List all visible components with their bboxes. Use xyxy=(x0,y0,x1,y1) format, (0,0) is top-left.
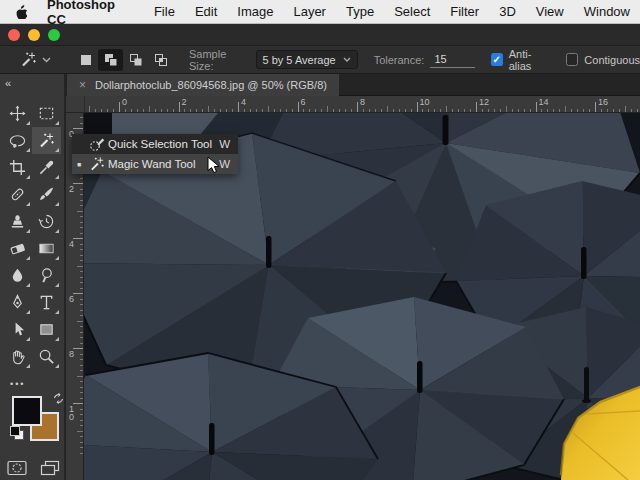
zoom-window-button[interactable] xyxy=(48,29,60,41)
collapse-tools-button[interactable]: « xyxy=(5,77,11,89)
menu-filter[interactable]: Filter xyxy=(440,4,489,19)
foreground-color-swatch[interactable] xyxy=(12,396,42,426)
menu-select[interactable]: Select xyxy=(384,4,440,19)
tool-gradient[interactable] xyxy=(32,235,61,262)
swap-colors-icon[interactable] xyxy=(53,393,64,404)
tool-type[interactable] xyxy=(32,289,61,316)
mouse-cursor xyxy=(207,156,220,174)
menu-app-name[interactable]: Photoshop CC xyxy=(37,0,144,27)
ruler-corner xyxy=(66,96,85,112)
tool-zoom[interactable] xyxy=(32,343,61,370)
tool-blur[interactable] xyxy=(3,262,32,289)
menu-view[interactable]: View xyxy=(526,4,574,19)
tool-rectangular-marquee[interactable] xyxy=(32,100,61,127)
menu-3d[interactable]: 3D xyxy=(489,4,526,19)
menu-image[interactable]: Image xyxy=(227,4,283,19)
document-tab-bar: × Dollarphotoclub_86094568.jpg @ 50% (RG… xyxy=(66,74,640,96)
select-chevron-icon xyxy=(343,57,351,62)
tool-magic-wand[interactable] xyxy=(32,127,61,154)
quick-mask-button[interactable] xyxy=(7,460,27,476)
sample-size-value: 5 by 5 Average xyxy=(263,54,343,66)
tool-hand[interactable] xyxy=(3,343,32,370)
tool-preset-chevron-icon[interactable] xyxy=(42,57,51,63)
options-bar: Sample Size: 5 by 5 Average Tolerance: 1… xyxy=(0,46,640,74)
close-tab-icon[interactable]: × xyxy=(79,78,86,92)
document-tab-title: Dollarphotoclub_86094568.jpg @ 50% (RGB/… xyxy=(95,79,327,91)
color-swatches xyxy=(10,396,62,448)
document-tab[interactable]: × Dollarphotoclub_86094568.jpg @ 50% (RG… xyxy=(67,74,339,96)
menu-layer[interactable]: Layer xyxy=(283,4,336,19)
tool-history-brush[interactable] xyxy=(32,208,61,235)
sample-size-select[interactable]: 5 by 5 Average xyxy=(256,50,358,69)
new-selection-button[interactable] xyxy=(73,49,98,71)
magic-wand-icon[interactable] xyxy=(20,51,37,68)
flyout-label: Magic Wand Tool xyxy=(108,158,219,170)
intersect-selection-button[interactable] xyxy=(148,49,173,71)
tool-pen[interactable] xyxy=(3,289,32,316)
tolerance-input[interactable]: 15 xyxy=(430,51,474,68)
tool-move[interactable] xyxy=(3,100,32,127)
horizontal-ruler: 0246810121416 xyxy=(66,96,640,113)
contiguous-checkbox[interactable] xyxy=(566,53,578,66)
flyout-bullet: ■ xyxy=(72,161,86,168)
anti-alias-label: Anti-alias xyxy=(509,48,551,72)
tool-lasso[interactable] xyxy=(3,127,32,154)
tool-eraser[interactable] xyxy=(3,235,32,262)
flyout-item-quick-selection-tool[interactable]: Quick Selection Tool W xyxy=(72,134,238,154)
menu-window[interactable]: Window xyxy=(574,4,640,19)
tolerance-label: Tolerance: xyxy=(374,54,425,66)
minimize-window-button[interactable] xyxy=(28,29,40,41)
flyout-shortcut: W xyxy=(219,138,238,150)
screen-mode-button[interactable] xyxy=(40,460,60,476)
tool-spot-healing-brush[interactable] xyxy=(3,181,32,208)
menu-bar: Photoshop CC File Edit Image Layer Type … xyxy=(0,0,640,24)
photoshop-window: Photoshop CC File Edit Image Layer Type … xyxy=(0,0,640,480)
tool-path-selection[interactable] xyxy=(3,316,32,343)
anti-alias-checkbox[interactable]: ✓ xyxy=(491,53,503,66)
tool-rectangle-shape[interactable] xyxy=(32,316,61,343)
add-to-selection-button[interactable] xyxy=(98,49,123,71)
tool-eyedropper[interactable] xyxy=(32,154,61,181)
subtract-from-selection-button[interactable] xyxy=(123,49,148,71)
flyout-label: Quick Selection Tool xyxy=(108,138,219,150)
quick-selection-tool-icon xyxy=(86,136,108,152)
menu-type[interactable]: Type xyxy=(336,4,384,19)
tool-crop[interactable] xyxy=(3,154,32,181)
tools-panel: « ••• xyxy=(0,74,66,480)
default-colors-icon[interactable] xyxy=(10,426,23,439)
flyout-shortcut: W xyxy=(219,158,238,170)
sample-size-label: Sample Size: xyxy=(189,48,249,72)
magic-wand-tool-icon xyxy=(86,156,108,172)
menu-edit[interactable]: Edit xyxy=(185,4,227,19)
tool-brush[interactable] xyxy=(32,181,61,208)
edit-toolbar-button[interactable]: ••• xyxy=(10,379,25,389)
contiguous-label: Contiguous xyxy=(584,54,640,66)
tool-dodge[interactable] xyxy=(32,262,61,289)
tool-clone-stamp[interactable] xyxy=(3,208,32,235)
close-window-button[interactable] xyxy=(8,29,20,41)
apple-menu[interactable] xyxy=(0,4,37,19)
menu-file[interactable]: File xyxy=(144,4,185,19)
window-title-bar xyxy=(0,24,640,46)
